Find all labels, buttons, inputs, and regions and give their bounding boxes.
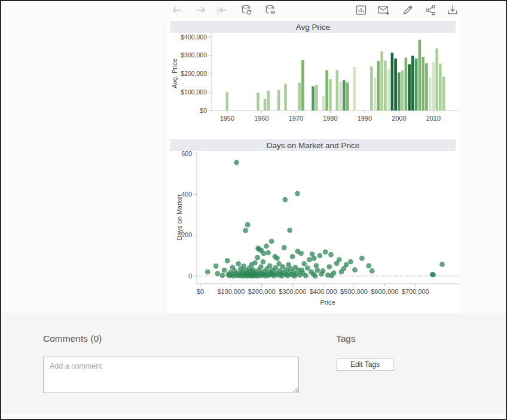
bar-2003[interactable]	[408, 65, 411, 111]
forward-button[interactable]	[193, 2, 209, 18]
bar-1967[interactable]	[284, 84, 287, 111]
data-point[interactable]	[311, 256, 317, 261]
data-point[interactable]	[282, 245, 287, 250]
data-point[interactable]	[320, 268, 326, 274]
bar-1965[interactable]	[277, 90, 280, 111]
data-point[interactable]	[344, 262, 349, 268]
bar-1978[interactable]	[322, 96, 325, 111]
bar-1971[interactable]	[298, 83, 301, 111]
data-point[interactable]	[290, 254, 295, 259]
data-point[interactable]	[273, 265, 279, 271]
data-point[interactable]	[255, 255, 260, 260]
bar-1962[interactable]	[267, 91, 270, 111]
data-point[interactable]	[314, 268, 320, 273]
data-point[interactable]	[287, 228, 292, 233]
share-button[interactable]	[423, 2, 438, 18]
bar-2007[interactable]	[422, 57, 424, 111]
bar-2002[interactable]	[405, 57, 408, 111]
bar-2006[interactable]	[419, 40, 422, 111]
back-button[interactable]	[169, 2, 185, 18]
data-point[interactable]	[313, 274, 318, 279]
bar-2001[interactable]	[401, 70, 404, 111]
data-point[interactable]	[359, 256, 365, 261]
data-point[interactable]	[236, 261, 241, 266]
data-point[interactable]	[205, 269, 210, 275]
data-point[interactable]	[323, 249, 328, 255]
metrics-button[interactable]	[353, 2, 369, 18]
data-point[interactable]	[261, 259, 266, 265]
bar-2009[interactable]	[429, 78, 432, 111]
data-point[interactable]	[337, 257, 342, 262]
subscribe-button[interactable]	[375, 2, 391, 18]
data-point[interactable]	[283, 197, 288, 203]
edit-tags-button[interactable]: Edit Tags	[337, 358, 393, 371]
data-point[interactable]	[298, 251, 304, 256]
bar-1959[interactable]	[256, 93, 259, 111]
bar-1997[interactable]	[387, 69, 390, 111]
bar-1984[interactable]	[343, 80, 346, 111]
data-point[interactable]	[258, 264, 264, 269]
bar-2005[interactable]	[415, 59, 418, 111]
data-point[interactable]	[222, 268, 227, 273]
data-point[interactable]	[327, 264, 332, 269]
bar-1996[interactable]	[384, 60, 387, 111]
bar-1993[interactable]	[374, 78, 377, 111]
data-point[interactable]	[301, 261, 307, 266]
bar-1992[interactable]	[370, 66, 373, 111]
data-point[interactable]	[269, 239, 274, 244]
data-point[interactable]	[295, 191, 300, 197]
revert-button[interactable]	[214, 2, 230, 18]
add-comment-input[interactable]	[43, 357, 299, 393]
bar-2013[interactable]	[442, 77, 445, 111]
data-point[interactable]	[317, 253, 323, 258]
bar-1999[interactable]	[394, 59, 397, 111]
data-point[interactable]	[328, 252, 334, 257]
bar-1976[interactable]	[315, 85, 318, 111]
data-point[interactable]	[305, 265, 310, 271]
data-point[interactable]	[274, 256, 280, 261]
data-point[interactable]	[366, 263, 371, 269]
data-point[interactable]	[220, 273, 225, 278]
data-point[interactable]	[234, 160, 239, 165]
bar-2000[interactable]	[398, 72, 401, 111]
bar-1982[interactable]	[336, 70, 339, 111]
data-point[interactable]	[265, 250, 271, 256]
bar-1987[interactable]	[353, 67, 356, 111]
bar-2004[interactable]	[411, 56, 414, 111]
data-point[interactable]	[369, 268, 375, 274]
refresh-data-button[interactable]	[239, 2, 254, 18]
data-point[interactable]	[261, 251, 267, 256]
data-point[interactable]	[252, 260, 258, 265]
bar-1961[interactable]	[264, 99, 267, 111]
bar-1995[interactable]	[380, 51, 383, 111]
data-point[interactable]	[264, 243, 269, 249]
bar-2011[interactable]	[435, 48, 438, 111]
bar-1972[interactable]	[301, 60, 304, 111]
bar-2008[interactable]	[425, 63, 428, 111]
data-point[interactable]	[430, 272, 436, 278]
bar-2012[interactable]	[439, 64, 442, 111]
data-point[interactable]	[267, 263, 273, 269]
bar-1980[interactable]	[329, 79, 332, 111]
bar-1950[interactable]	[226, 92, 229, 111]
data-point[interactable]	[243, 228, 248, 233]
data-point[interactable]	[213, 263, 219, 269]
pause-auto-updates-button[interactable]	[262, 2, 278, 18]
data-point[interactable]	[245, 222, 251, 228]
data-point[interactable]	[331, 271, 337, 276]
data-point[interactable]	[215, 271, 220, 277]
data-point[interactable]	[307, 257, 312, 262]
edit-button[interactable]	[400, 2, 416, 18]
avg-price-bar-chart[interactable]: $0$100,000$200,000$300,000$400,000195019…	[166, 33, 460, 130]
bar-1998[interactable]	[391, 53, 394, 111]
bar-1979[interactable]	[325, 70, 328, 111]
data-point[interactable]	[303, 273, 309, 278]
data-point[interactable]	[348, 259, 353, 265]
days-on-market-scatter-chart[interactable]: 0200400600$0$100,000$200,000$300,000$400…	[166, 151, 460, 314]
bar-1985[interactable]	[346, 82, 349, 111]
bar-2010[interactable]	[432, 62, 435, 111]
data-point[interactable]	[352, 267, 358, 272]
data-point[interactable]	[439, 262, 445, 267]
data-point[interactable]	[313, 263, 319, 268]
bar-1983[interactable]	[339, 82, 342, 111]
